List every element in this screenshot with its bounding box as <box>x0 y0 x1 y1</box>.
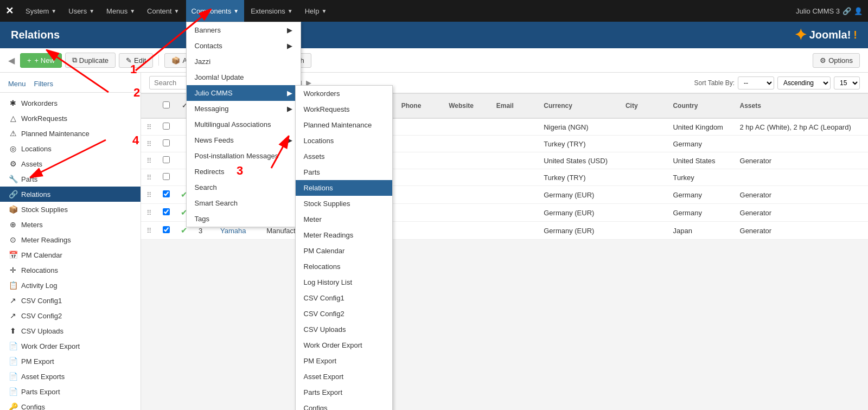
sidebar-item-configs[interactable]: 🔑 Configs <box>0 399 141 410</box>
sub-pm-export[interactable]: PM Export <box>296 353 392 369</box>
sub-parts-export[interactable]: Parts Export <box>296 385 392 400</box>
col-currency-header[interactable]: Currency <box>538 94 620 119</box>
col-website-header[interactable]: Website <box>443 94 491 119</box>
pagesize-select[interactable]: 15 25 50 <box>834 76 860 89</box>
sidebar-item-stock-supplies[interactable]: 📦 Stock Supplies <box>0 202 141 217</box>
sub-stock-supplies[interactable]: Stock Supplies <box>296 196 392 212</box>
sidebar-item-work-order-export[interactable]: 📄 Work Order Export <box>0 338 141 354</box>
menus-nav-item[interactable]: Menus ▼ <box>101 0 141 22</box>
components-joomla-update[interactable]: Joomla! Update <box>187 69 301 85</box>
sub-parts[interactable]: Parts <box>296 164 392 180</box>
row-checkbox-cell[interactable] <box>157 204 175 222</box>
row-checkbox[interactable] <box>163 156 170 163</box>
sidebar-item-workrequests[interactable]: △ WorkRequests <box>0 111 141 126</box>
sidebar-label-work-order-export: Work Order Export <box>21 342 80 350</box>
options-button[interactable]: ⚙ Options <box>813 53 860 68</box>
row-checkbox[interactable] <box>163 208 170 215</box>
components-tags[interactable]: Tags <box>187 211 301 227</box>
edit-button[interactable]: ✎ Edit <box>119 53 153 68</box>
sub-relations[interactable]: Relations <box>296 180 392 196</box>
sub-workrequests[interactable]: WorkRequests <box>296 101 392 117</box>
row-currency: Turkey (TRY) <box>538 169 620 186</box>
content-nav-item[interactable]: Content ▼ <box>142 0 184 22</box>
sub-asset-export[interactable]: Asset Export <box>296 369 392 385</box>
sidebar-item-meters[interactable]: ⊕ Meters <box>0 217 141 232</box>
filters-link[interactable]: Filters <box>34 78 53 89</box>
components-messaging[interactable]: Messaging▶ <box>187 101 301 117</box>
back-arrow-icon[interactable]: ◀ <box>8 56 15 65</box>
sub-locations[interactable]: Locations <box>296 133 392 149</box>
sub-csv-uploads[interactable]: CSV Uploads <box>296 322 392 337</box>
sub-csv-config1[interactable]: CSV Config1 <box>296 290 392 306</box>
sidebar-item-parts[interactable]: 🔧 Parts <box>0 171 141 187</box>
select-all-checkbox[interactable] <box>163 101 170 108</box>
help-nav-item[interactable]: Help ▼ <box>299 0 333 22</box>
sub-pm-calendar[interactable]: PM Calendar <box>296 243 392 259</box>
sidebar-item-locations[interactable]: ◎ Locations <box>0 141 141 156</box>
sidebar-item-activity-log[interactable]: 📋 Activity Log <box>0 278 141 293</box>
row-checkbox[interactable] <box>163 190 170 197</box>
duplicate-button[interactable]: ⧉ Duplicate <box>65 53 116 68</box>
components-redirects[interactable]: Redirects <box>187 164 301 180</box>
components-news-feeds[interactable]: News Feeds▶ <box>187 132 301 148</box>
sidebar-item-asset-exports[interactable]: 📄 Asset Exports <box>0 369 141 384</box>
components-jazzi[interactable]: Jazzi <box>187 54 301 69</box>
sidebar-item-csv-uploads[interactable]: ⬆ CSV Uploads <box>0 323 141 338</box>
row-checkbox-cell[interactable] <box>157 118 175 136</box>
sub-workorders[interactable]: Workorders <box>296 86 392 101</box>
components-contacts[interactable]: Contacts▶ <box>187 38 301 54</box>
components-multilingual[interactable]: Multilingual Associations <box>187 117 301 132</box>
new-button[interactable]: + + New <box>20 53 62 68</box>
sidebar-item-assets[interactable]: ⚙ Assets <box>0 156 141 171</box>
col-phone-header[interactable]: Phone <box>396 94 444 119</box>
row-checkbox[interactable] <box>163 173 170 180</box>
row-checkbox[interactable] <box>163 123 170 130</box>
row-checkbox[interactable] <box>163 139 170 146</box>
sub-configs[interactable]: Configs <box>296 400 392 410</box>
sub-assets[interactable]: Assets <box>296 149 392 164</box>
sidebar-item-csv-config2[interactable]: ↗ CSV Config2 <box>0 308 141 323</box>
col-assets-header[interactable]: Assets <box>735 94 868 119</box>
sub-relocations[interactable]: Relocations <box>296 259 392 274</box>
order-select[interactable]: Ascending Descending <box>777 76 831 89</box>
extensions-nav-item[interactable]: Extensions ▼ <box>245 0 298 22</box>
sub-work-order-export[interactable]: Work Order Export <box>296 337 392 353</box>
sidebar-item-csv-config1[interactable]: ↗ CSV Config1 <box>0 293 141 308</box>
content-wrap: Menu Filters ✱ Workorders △ WorkRequests… <box>0 73 868 410</box>
col-check-header[interactable] <box>157 94 175 119</box>
meter-readings-icon: ⊙ <box>8 235 18 244</box>
components-post-install[interactable]: Post-installation Messages <box>187 148 301 164</box>
user-icon[interactable]: 👤 <box>854 7 863 15</box>
components-banners[interactable]: Banners▶ <box>187 22 301 38</box>
sub-meter-readings[interactable]: Meter Readings <box>296 227 392 243</box>
sub-meter[interactable]: Meter <box>296 212 392 227</box>
sidebar-item-workorders[interactable]: ✱ Workorders <box>0 95 141 111</box>
row-checkbox[interactable] <box>163 226 170 233</box>
system-nav-item[interactable]: System ▼ <box>20 0 62 22</box>
sidebar-item-pm-export[interactable]: 📄 PM Export <box>0 354 141 369</box>
components-julio-cmms[interactable]: Julio CMMS ▶ Workorders WorkRequests Pla… <box>187 85 301 101</box>
col-email-header[interactable]: Email <box>491 94 539 119</box>
col-city-header[interactable]: City <box>620 94 668 119</box>
row-checkbox-cell[interactable] <box>157 169 175 186</box>
sub-csv-config2[interactable]: CSV Config2 <box>296 306 392 322</box>
components-smart-search[interactable]: Smart Search <box>187 195 301 211</box>
sidebar-item-planned-maintenance[interactable]: ⚠ Planned Maintenance <box>0 126 141 141</box>
sub-log-history[interactable]: Log History List <box>296 274 392 290</box>
row-checkbox-cell[interactable] <box>157 186 175 204</box>
sort-select[interactable]: -- ID Name Type <box>738 76 774 89</box>
sidebar-item-relations[interactable]: 🔗 Relations <box>0 187 141 202</box>
row-checkbox-cell[interactable] <box>157 152 175 169</box>
users-nav-item[interactable]: Users ▼ <box>63 0 100 22</box>
col-country-header[interactable]: Country <box>667 94 734 119</box>
components-nav-item[interactable]: Components ▼ <box>186 0 245 22</box>
sidebar-item-meter-readings[interactable]: ⊙ Meter Readings <box>0 232 141 247</box>
sidebar-item-pm-calendar[interactable]: 📅 PM Calendar <box>0 247 141 262</box>
sub-planned-maintenance[interactable]: Planned Maintenance <box>296 117 392 133</box>
row-checkbox-cell[interactable] <box>157 136 175 152</box>
sidebar-item-parts-export[interactable]: 📄 Parts Export <box>0 384 141 399</box>
sidebar-item-relocations[interactable]: ✛ Relocations <box>0 262 141 278</box>
components-search[interactable]: Search <box>187 180 301 195</box>
row-checkbox-cell[interactable] <box>157 222 175 240</box>
menu-link[interactable]: Menu <box>8 78 26 89</box>
